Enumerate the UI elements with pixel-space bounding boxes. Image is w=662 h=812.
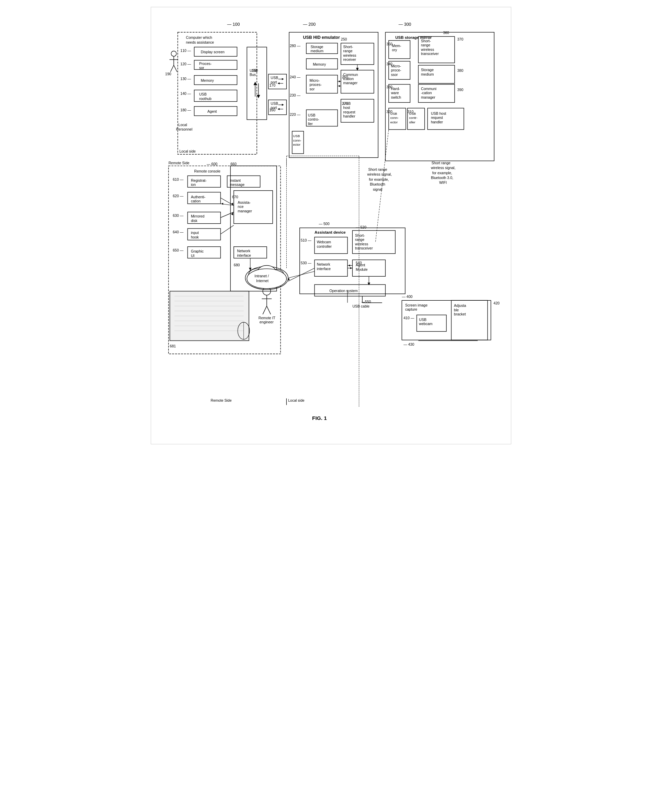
label-short-r2: range [421, 43, 430, 47]
label-usb-ctrl-r1: USB [409, 112, 416, 116]
label-usb-host4: handler [343, 114, 356, 118]
label-local-side-bot: Local side [288, 398, 305, 403]
label-110: 110 — [180, 48, 191, 53]
label-short2: range [343, 49, 353, 53]
label-remote-console: Remote console [194, 169, 220, 173]
label-storage2: medium [310, 49, 323, 53]
label-wireless-sig3: for example, [369, 177, 389, 181]
label-graphic: Graphic [191, 249, 204, 253]
label-500: — 500 [319, 222, 329, 226]
label-usb-host3: request [343, 110, 355, 114]
label-630: 630 — [173, 213, 184, 218]
label-net-intf3: Network [317, 262, 330, 266]
label-agent-mod2: Module [356, 267, 368, 271]
label-usb-port2: port [271, 80, 277, 84]
label-display: Display screen [201, 50, 225, 54]
label-memory1: Memory [201, 78, 214, 82]
label-bluetooth2: signal [373, 187, 382, 192]
label-adj2: ble [454, 308, 459, 312]
label-commun-r1: Communi [421, 87, 436, 91]
label-wireless-t: wireless [355, 242, 368, 246]
label-remote-side1: Remote Side [169, 161, 190, 165]
label-assist2: nce [238, 205, 243, 209]
label-380: 380 [457, 68, 464, 72]
label-mirror1: Mirrored [191, 214, 204, 218]
label-660: 660 [230, 162, 236, 166]
label-420: 420 [493, 301, 500, 305]
label-680: 680 [234, 263, 240, 267]
label-510: 510 — [301, 238, 312, 242]
label-storage-r2: medium [421, 72, 434, 76]
label-proc2: sor [199, 66, 204, 70]
label-storage-r1: Storage [421, 68, 434, 72]
label-local-personnel2: Personnel [176, 127, 193, 131]
label-remote-it1: Remote IT [259, 316, 276, 320]
fig1-svg: — 100 — 200 — 300 Computer which needs a… [158, 14, 504, 437]
label-wireless-r: wireless [421, 47, 434, 52]
label-transceiver1: transceiver [421, 52, 439, 56]
label-400: — 400 [402, 295, 412, 299]
label-usb-hid: USB HID emulator [303, 35, 340, 40]
label-usb-conn-r3: ector [390, 120, 398, 124]
label-610: 610 — [173, 177, 184, 181]
label-screen-cap1: Screen image [405, 303, 427, 307]
patent-diagram: — 100 — 200 — 300 Computer which needs a… [151, 7, 511, 444]
label-bluetooth1: Bluetooth [370, 182, 385, 186]
label-240: 240 — [290, 75, 301, 79]
label-net-intf1: Network [237, 249, 250, 253]
label-wifi: WIFI [439, 180, 447, 185]
label-wireless-sig5: wireless signal, [431, 166, 456, 170]
label-280: 280 — [290, 44, 301, 48]
label-micro-r3: ssor [391, 72, 398, 77]
label-usb-port1: USB [271, 76, 278, 80]
label-370: 370 [457, 37, 464, 41]
label-640: 640 — [173, 230, 184, 234]
label-micro3: sor [310, 87, 315, 91]
label-short-t2: range [355, 237, 364, 242]
label-mem-b: ory [392, 48, 397, 52]
label-250: 250 [341, 37, 347, 41]
label-commun2: ication [343, 77, 354, 81]
label-usb-conn-r1: USB [390, 112, 397, 116]
label-proc1: Proces- [199, 61, 212, 66]
svg-rect-0 [158, 14, 504, 437]
label-screen-cap2: capture [405, 307, 417, 311]
label-670: 670 [232, 195, 238, 199]
label-short-t1: Short- [355, 233, 365, 237]
label-auth2: cation [191, 199, 201, 203]
label-input1: input [191, 230, 199, 235]
label-remote-it2: engineer [260, 320, 274, 324]
label-681: 681 [170, 344, 176, 348]
label-local-side: Local side [179, 149, 196, 153]
label-regist: Registrat- [191, 178, 207, 182]
label-390: 390 [457, 88, 464, 92]
label-micro-r2: proce- [391, 68, 402, 72]
label-usb-port3: USB [271, 102, 278, 105]
label-memory2: Memory [313, 62, 326, 66]
label-usb-bus1: USB [250, 68, 257, 72]
label-storage1: Storage [310, 45, 323, 49]
label-intranet2: Intranet / [254, 274, 269, 278]
label-550: —550 [361, 300, 371, 304]
label-530: 530 — [301, 261, 312, 265]
fig-title: FIG. 1 [312, 415, 327, 421]
label-mirror2: disk [191, 219, 198, 223]
label-usb-ctrl1: USB [308, 113, 315, 117]
label-assist1: Assista- [238, 200, 251, 205]
label-wireless1: wireless [343, 53, 357, 57]
label-520: — 520 [356, 225, 366, 229]
label-instant2: message [230, 182, 244, 187]
label-short1: Short- [343, 45, 353, 49]
label-usb-conn1: USB [293, 134, 300, 138]
label-120: 120 — [180, 62, 191, 66]
label-wireless-sig2: wireless signal, [367, 172, 392, 176]
label-600: — 600 [207, 162, 217, 166]
label-usb-conn3: ector [293, 143, 301, 147]
label-local-personnel: Local [178, 122, 187, 127]
label-assistant: Assistant device [315, 230, 346, 234]
label-agent-mod1: Agent [356, 263, 365, 267]
label-short-r1: Short- [421, 39, 431, 43]
label-usb-root2: roothub [199, 97, 212, 101]
label-commun-r2: -cation [421, 91, 432, 95]
label-190: 190 [165, 72, 171, 76]
